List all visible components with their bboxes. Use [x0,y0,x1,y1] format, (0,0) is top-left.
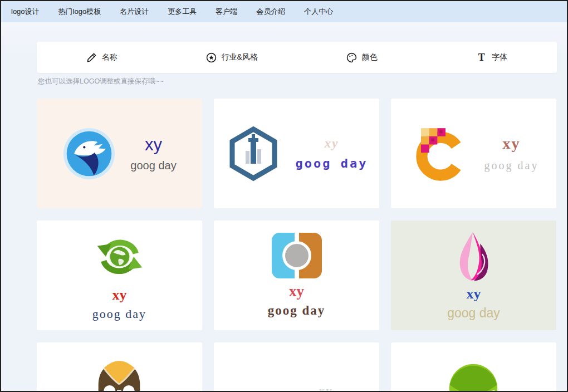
tab-font-label: 字体 [492,52,507,62]
logo-card-hexagon[interactable]: xy goog day [214,99,379,208]
logo-subtitle: goog day [484,159,539,172]
star-circle-icon [206,52,217,63]
logo-subtitle: goog day [130,159,176,172]
tab-font[interactable]: T 字体 [427,42,557,73]
logo-card-pixel-c[interactable]: xy goog day [391,99,556,208]
logo-subtitle: goog day [268,303,326,318]
split-square-logo [272,233,322,278]
top-nav: logo设计 热门logo模板 名片设计 更多工具 客户端 会员介绍 个人中心 [1,1,567,22]
main-content: 名称 行业&风格 颜色 [1,22,567,391]
owl-logo [92,360,146,391]
leaf-globe-logo [447,361,500,391]
logo-subtitle: goog day [92,307,146,321]
logo-card-flame[interactable]: xy goog day [391,220,556,330]
logo-title: xy [319,384,333,391]
nav-item-logo-design[interactable]: logo设计 [11,7,40,17]
nav-item-personal-center[interactable]: 个人中心 [304,7,333,17]
logo-title: xy [502,135,520,153]
eagle-circle-logo [62,127,116,180]
recycle-globe-logo [93,230,146,283]
app-window: logo设计 热门logo模板 名片设计 更多工具 客户端 会员介绍 个人中心 … [0,0,568,392]
logo-edit-toolbar: 名称 行业&风格 颜色 [37,42,557,73]
pencil-icon [86,52,97,63]
tab-industry-style-label: 行业&风格 [222,52,258,62]
logo-subtitle: goog day [447,306,500,321]
logo-card-recycle-globe[interactable]: xy goog day [37,220,202,330]
logo-title: xy [145,135,162,155]
logo-card-owl[interactable] [37,342,202,391]
logo-card-abstract-peaks[interactable]: xy [214,342,379,391]
abstract-peaks-logo [243,369,310,391]
nav-item-hot-templates[interactable]: 热门logo模板 [58,7,101,17]
logo-title: xy [289,283,304,300]
pixel-c-logo [409,123,470,184]
nav-item-card-design[interactable]: 名片设计 [120,7,149,17]
logo-title: xy [112,287,127,303]
logo-title: xy [325,136,339,151]
nav-item-more-tools[interactable]: 更多工具 [168,7,197,17]
palette-icon [346,52,357,63]
hexagon-building-logo [226,126,281,182]
hint-text: 您也可以选择LOGO调整或直接保存哦~~ [38,77,567,86]
tab-color-label: 颜色 [362,52,378,62]
nav-item-client[interactable]: 客户端 [216,7,237,17]
tab-color[interactable]: 颜色 [297,42,427,73]
flame-woman-logo [452,230,496,282]
logo-template-grid: xy goog day xy goog day [37,99,557,391]
logo-card-split-square[interactable]: xy goog day [214,220,379,330]
nav-item-membership[interactable]: 会员介绍 [256,7,285,17]
tab-name-label: 名称 [102,52,117,62]
logo-card-leaf-globe[interactable] [391,342,556,391]
logo-subtitle: goog day [296,156,368,170]
logo-title: xy [467,286,481,302]
tab-industry-style[interactable]: 行业&风格 [167,42,297,73]
logo-card-eagle[interactable]: xy goog day [37,99,202,208]
font-t-icon: T [476,52,487,63]
tab-name[interactable]: 名称 [37,42,167,73]
